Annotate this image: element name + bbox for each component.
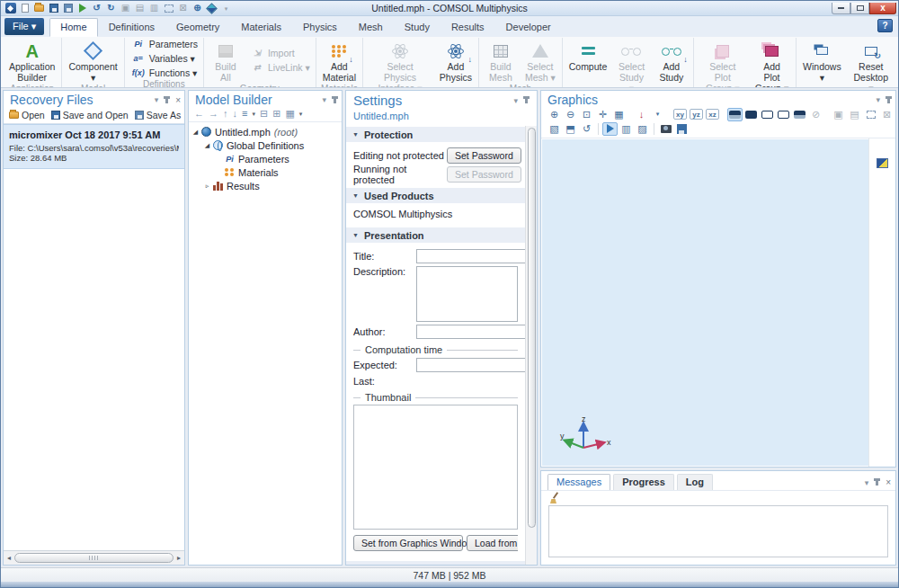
deselect-frame-icon[interactable]: ⊠ <box>879 108 895 121</box>
parameters-button[interactable]: Pi Parameters <box>129 38 200 50</box>
expand-collapse-icon[interactable]: ◢ <box>202 142 212 149</box>
tab-geometry[interactable]: Geometry <box>165 18 230 37</box>
import-button[interactable]: ⇲ Import <box>247 47 312 59</box>
app-logo-icon[interactable] <box>4 3 16 13</box>
zoom-out-icon[interactable]: ⊖ <box>563 108 578 121</box>
tree-node-results[interactable]: ▹ Results <box>191 179 340 192</box>
plot-thumbnail-icon[interactable] <box>877 158 888 168</box>
zoom-in-icon[interactable]: ⊕ <box>547 108 562 121</box>
vertical-scrollbar[interactable] <box>525 126 537 565</box>
wireframe-icon[interactable] <box>776 108 791 121</box>
view-xy-icon[interactable]: xy <box>672 108 688 121</box>
duplicate-icon[interactable]: ▥ <box>148 3 160 13</box>
new-file-icon[interactable] <box>19 3 31 13</box>
section-unit-system[interactable]: ▼ Unit System <box>346 560 525 565</box>
axis-caret-icon[interactable]: ▾ <box>650 108 665 121</box>
save-as-button[interactable]: Save As <box>135 110 182 120</box>
image-up-icon[interactable]: ⬒ <box>563 122 578 136</box>
tree-node-parameters[interactable]: Pi Parameters <box>191 152 340 165</box>
select-mesh-button[interactable]: Select Mesh ▾ <box>521 38 560 84</box>
move-up-icon[interactable]: ↑ <box>223 109 228 119</box>
tab-study[interactable]: Study <box>394 18 441 37</box>
description-input[interactable] <box>416 266 518 322</box>
redo-icon[interactable]: ↻ <box>105 3 117 13</box>
help-button[interactable]: ? <box>877 19 893 32</box>
add-material-button[interactable]: ↓ Add Material <box>318 38 360 84</box>
save-icon[interactable] <box>48 3 59 13</box>
windows-button[interactable]: Windows ▾ <box>798 38 845 88</box>
add-plot-group-button[interactable]: Add Plot Group ▾ <box>750 38 794 88</box>
paste-plot-icon[interactable]: ▨ <box>635 122 650 136</box>
copy-plot-icon[interactable]: ▥ <box>619 122 634 136</box>
set-password-running-button[interactable]: Set Password <box>447 166 521 183</box>
pin-icon[interactable] <box>525 97 528 103</box>
scrollbar-thumb[interactable] <box>528 128 536 528</box>
tab-messages[interactable]: Messages <box>547 474 610 490</box>
tab-results[interactable]: Results <box>441 18 495 37</box>
select-physics-interface-button[interactable]: Select Physics Interface ▾ <box>365 38 435 88</box>
paste-icon[interactable]: ▤ <box>134 3 146 13</box>
deselect-box-icon[interactable]: ⊠ <box>177 3 189 13</box>
panel-menu-caret-icon[interactable]: ▾ <box>876 95 880 104</box>
graphics-canvas[interactable]: z y x <box>542 139 868 466</box>
show-menu-icon[interactable]: ≡ <box>242 109 247 119</box>
rotate-reset-icon[interactable]: ↺ <box>579 122 594 136</box>
save-image-icon[interactable] <box>674 122 690 136</box>
select-plot-group-button[interactable]: Select Plot Group ▾ <box>696 38 750 88</box>
view-yz-icon[interactable]: yz <box>689 108 704 121</box>
maximize-button[interactable] <box>850 3 869 14</box>
qa-dropdown-caret-icon[interactable]: ▾ <box>220 3 232 13</box>
close-button[interactable]: x <box>869 3 896 14</box>
load-from-file-button[interactable]: Load from File... <box>467 535 518 551</box>
zoom-select-icon[interactable]: ⊕ <box>191 3 203 13</box>
author-input[interactable] <box>416 325 537 339</box>
tab-home[interactable]: Home <box>49 18 97 37</box>
move-down-icon[interactable]: ↓ <box>233 109 238 119</box>
panel-menu-caret-icon[interactable]: ▾ <box>155 95 159 104</box>
panel-menu-caret-icon[interactable]: ▾ <box>322 95 326 104</box>
panel-menu-caret-icon[interactable]: ▾ <box>865 478 869 487</box>
tab-progress[interactable]: Progress <box>613 474 674 490</box>
tab-log[interactable]: Log <box>677 474 713 490</box>
pin-icon[interactable] <box>876 479 878 486</box>
add-study-button[interactable]: ↓ Add Study <box>652 38 691 88</box>
recovery-file-item[interactable]: micromixer Oct 18 2017 9:51 AM File: C:\… <box>4 124 184 169</box>
expand-all-icon[interactable]: ⊞ <box>272 109 280 119</box>
variables-button[interactable]: a= Variables ▾ <box>129 52 200 65</box>
section-protection[interactable]: ▼ Protection <box>346 126 525 142</box>
plot-play-icon[interactable] <box>602 122 618 136</box>
build-mesh-button[interactable]: Build Mesh <box>481 38 521 84</box>
tab-developer[interactable]: Developer <box>495 18 562 37</box>
scroll-right-icon[interactable]: ▸ <box>174 554 183 562</box>
image-snapshot-icon[interactable]: ▧ <box>547 122 562 136</box>
scroll-left-icon[interactable]: ◂ <box>4 554 13 562</box>
view-xz-icon[interactable]: xz <box>705 108 720 121</box>
transparency-alt-icon[interactable] <box>760 108 775 121</box>
axis-orientation-icon[interactable]: ↓ <box>634 108 649 121</box>
wireframe-alt-icon[interactable] <box>792 108 807 121</box>
undo-icon[interactable]: ↺ <box>91 3 102 13</box>
functions-button[interactable]: f(x) Functions ▾ <box>129 67 200 79</box>
component-button[interactable]: Component ▾ <box>64 38 121 84</box>
select-study-button[interactable]: Select Study ▾ <box>611 38 652 88</box>
back-arrow-icon[interactable]: ← <box>194 109 204 119</box>
tab-physics[interactable]: Physics <box>292 18 348 37</box>
section-used-products[interactable]: ▼ Used Products <box>346 187 525 203</box>
minimize-button[interactable] <box>832 3 850 14</box>
pin-icon[interactable] <box>334 97 336 103</box>
expand-collapse-icon[interactable]: ▹ <box>202 183 212 190</box>
close-panel-icon[interactable]: × <box>886 477 891 487</box>
tree-node-global-definitions[interactable]: ◢ Global Definitions <box>191 138 340 152</box>
tab-materials[interactable]: Materials <box>230 18 292 37</box>
scene-light-icon[interactable] <box>727 108 743 121</box>
panel-menu-caret-icon[interactable]: ▾ <box>513 96 518 105</box>
close-panel-icon[interactable]: × <box>175 95 181 105</box>
title-input[interactable] <box>416 249 537 263</box>
select-frame-icon[interactable] <box>863 108 878 121</box>
file-menu-button[interactable]: File ▾ <box>4 18 44 35</box>
build-all-button[interactable]: Build All <box>206 38 245 84</box>
tab-mesh[interactable]: Mesh <box>348 18 394 37</box>
open-file-icon[interactable] <box>33 3 45 13</box>
clear-broom-icon[interactable] <box>549 492 561 503</box>
compute-button[interactable]: Compute <box>565 38 611 88</box>
